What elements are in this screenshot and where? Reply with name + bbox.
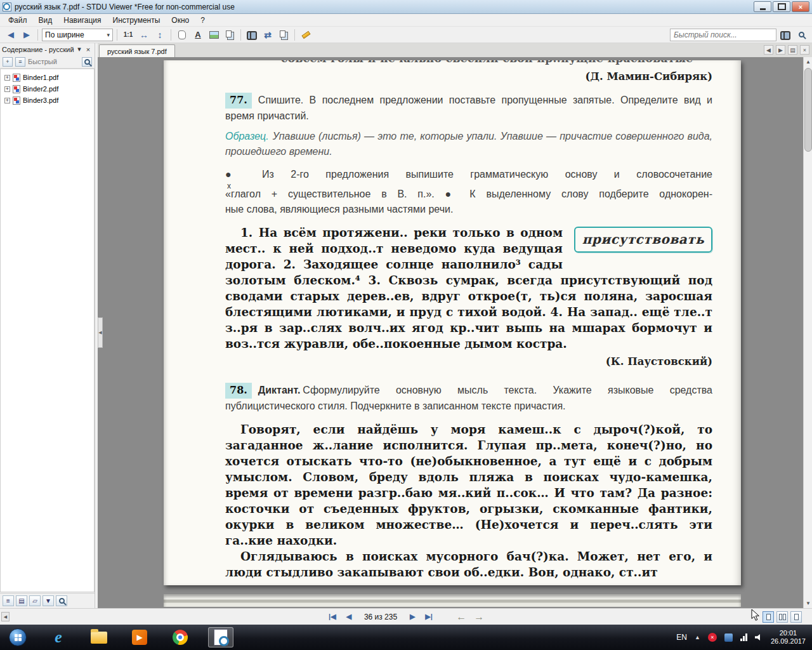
start-button[interactable]: [5, 627, 30, 647]
single-page-layout-icon[interactable]: [763, 611, 774, 623]
panel-search-icon[interactable]: [56, 595, 67, 606]
volume-icon[interactable]: [755, 633, 763, 641]
note-text: ● Из 2-го предложения выпишите грамматич…: [225, 169, 712, 180]
sidebar-header: Содержание - русский ▾ ×: [0, 43, 95, 55]
first-page-button[interactable]: |◀: [326, 611, 339, 623]
next-view-icon[interactable]: ▶: [20, 28, 34, 42]
expander-icon[interactable]: +: [4, 86, 10, 92]
page-indicator[interactable]: 36 из 235: [359, 613, 402, 621]
page-glyph: [779, 614, 782, 620]
close-button[interactable]: ×: [792, 1, 809, 12]
tree-item-label[interactable]: Binder1.pdf: [23, 74, 58, 81]
text-select-tool-icon[interactable]: A: [191, 28, 205, 42]
sidebar-collapse-handle[interactable]: ◀: [98, 317, 103, 348]
tab-scroll-right-icon[interactable]: ▶: [776, 45, 785, 55]
highlight-tool-icon[interactable]: [299, 28, 313, 42]
fit-width-icon[interactable]: ↔: [137, 28, 151, 42]
action-center-icon[interactable]: ×: [708, 633, 717, 642]
menu-tools[interactable]: Инструменты: [107, 15, 166, 26]
chrome-icon: [173, 630, 188, 645]
taskbar-internet-explorer[interactable]: e: [46, 627, 71, 647]
toolbar-separator: [240, 29, 241, 41]
document-tab[interactable]: русский язык 7.pdf: [99, 44, 175, 57]
two-page-layout-icon[interactable]: [776, 611, 788, 623]
menu-file[interactable]: Файл: [3, 15, 33, 26]
tab-list-icon[interactable]: ▤: [788, 45, 797, 55]
tree-item-binder2[interactable]: + Binder2.pdf: [2, 83, 93, 95]
previous-page-button[interactable]: ◀: [343, 611, 355, 623]
image-select-tool-icon[interactable]: [207, 28, 221, 42]
history-back-icon[interactable]: ←: [454, 611, 468, 623]
panel-thumbnails-icon[interactable]: ▤: [16, 595, 27, 606]
minimize-button[interactable]: [754, 1, 771, 12]
maximize-button[interactable]: [773, 1, 790, 12]
tree-item-binder1[interactable]: + Binder1.pdf: [2, 72, 93, 83]
app-window: русский язык 7.pdf - STDU Viewer *Free f…: [0, 0, 812, 650]
tray-app-icon[interactable]: [724, 633, 733, 642]
scroll-up-icon[interactable]: ▲: [804, 57, 812, 67]
export-page-icon[interactable]: [223, 28, 237, 42]
next-page-button[interactable]: ▶: [406, 611, 419, 623]
clock-time: 20:01: [771, 629, 806, 637]
search-tool-icon[interactable]: [245, 28, 259, 42]
tree-item-label[interactable]: Binder2.pdf: [23, 85, 58, 93]
dictation-label: Диктант.: [258, 385, 301, 395]
panel-contents-icon[interactable]: ≡: [3, 595, 14, 606]
taskbar-media-player[interactable]: ▶: [127, 627, 152, 647]
find-icon[interactable]: [778, 28, 792, 42]
actual-size-icon[interactable]: 1:1: [121, 28, 135, 42]
history-forward-icon[interactable]: →: [472, 611, 486, 623]
expand-all-icon[interactable]: +: [3, 57, 13, 67]
expander-icon[interactable]: +: [4, 75, 10, 81]
folder-icon: [91, 632, 107, 644]
vertical-scrollbar[interactable]: ▲ ▼: [803, 57, 812, 608]
scrollbar-thumb[interactable]: [804, 68, 812, 152]
taskbar-file-explorer[interactable]: [86, 627, 112, 647]
collapse-all-icon[interactable]: ≡: [15, 57, 25, 67]
find-next-icon[interactable]: [794, 28, 808, 42]
sidebar-dropdown-icon[interactable]: ▾: [75, 45, 84, 54]
expander-icon[interactable]: +: [4, 98, 10, 103]
last-page-button[interactable]: ▶|: [422, 611, 435, 623]
vocabulary-word-box: присутствовать: [574, 227, 712, 253]
sidebar-search-button[interactable]: [82, 57, 92, 67]
pdf-file-icon: [13, 85, 20, 93]
x-annotation: х: [227, 178, 231, 194]
scroll-left-button[interactable]: ◀: [1, 612, 10, 621]
tray-expand-icon[interactable]: ▲: [695, 634, 700, 640]
right-arrow-icon: ▶: [23, 30, 30, 39]
copy-icon-button[interactable]: [277, 28, 291, 42]
previous-view-icon[interactable]: ◀: [4, 28, 18, 42]
fit-height-icon[interactable]: ↕: [153, 28, 167, 42]
language-indicator[interactable]: EN: [676, 633, 687, 642]
tab-scroll-left-icon[interactable]: ◀: [764, 45, 773, 55]
zoom-mode-select[interactable]: По ширине ▾: [42, 29, 113, 41]
tree-item-label[interactable]: Binder3.pdf: [23, 96, 58, 104]
continuous-layout-icon[interactable]: [790, 611, 802, 623]
tab-close-icon[interactable]: ×: [800, 45, 809, 55]
panel-bookmarks-icon[interactable]: ▱: [29, 595, 41, 606]
quick-search-input[interactable]: [670, 29, 776, 41]
exercise-78-paragraph-2: Оглядываюсь в поисках мусорного бач(?)ка…: [225, 548, 712, 580]
network-icon[interactable]: [740, 633, 747, 641]
author-text: (К. Паустовский): [606, 355, 712, 368]
left-arrow-icon: ◀: [8, 30, 14, 39]
menu-window[interactable]: Окно: [166, 15, 195, 26]
menu-navigation[interactable]: Навигация: [58, 15, 107, 26]
taskbar-stdu-viewer-active[interactable]: [208, 627, 233, 647]
sidebar-title: Содержание - русский: [2, 46, 75, 53]
menu-view[interactable]: Вид: [33, 15, 58, 26]
taskbar-clock[interactable]: 20:01 26.09.2017: [771, 629, 806, 646]
author-attribution-2: (К. Паустовский): [225, 355, 712, 368]
hand-tool-icon[interactable]: [175, 28, 189, 42]
sidebar-quick-search-label[interactable]: Быстрый: [28, 58, 79, 65]
chevron-down-icon: ▾: [107, 32, 110, 38]
menu-help[interactable]: ?: [195, 15, 211, 26]
taskbar-chrome[interactable]: [167, 627, 193, 647]
panel-attachments-icon[interactable]: ▼: [43, 595, 54, 606]
document-viewport[interactable]: совсем голы и печально свесили свои пр..…: [98, 57, 812, 608]
scroll-down-icon[interactable]: ▼: [804, 599, 812, 608]
swap-pages-icon[interactable]: ⇄: [261, 28, 275, 42]
tree-item-binder3[interactable]: + Binder3.pdf: [2, 95, 93, 106]
sidebar-close-icon[interactable]: ×: [84, 45, 93, 54]
